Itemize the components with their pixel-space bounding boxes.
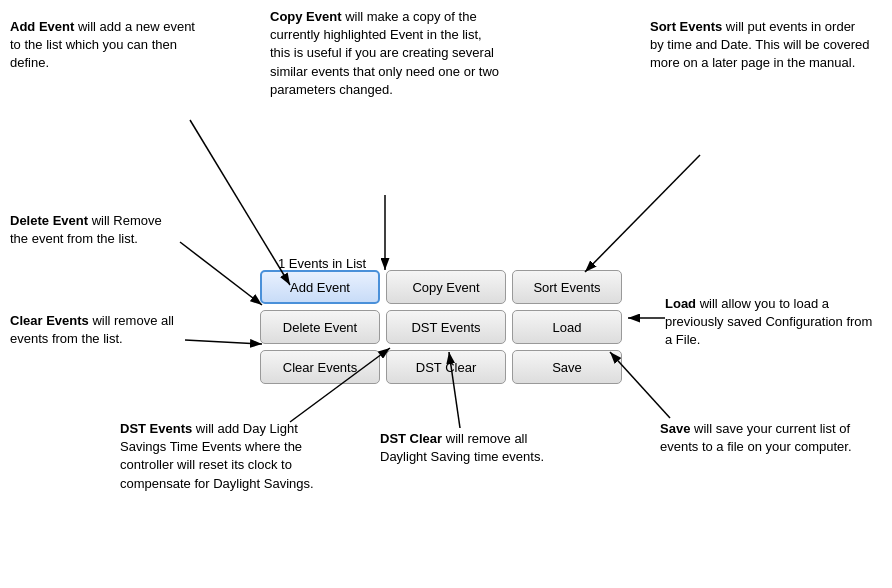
- annotation-sort-events-title: Sort Events: [650, 19, 722, 34]
- sort-events-button[interactable]: Sort Events: [512, 270, 622, 304]
- annotation-load-title: Load: [665, 296, 696, 311]
- annotation-sort-events: Sort Events will put events in order by …: [650, 18, 870, 73]
- copy-event-button[interactable]: Copy Event: [386, 270, 506, 304]
- dst-clear-button[interactable]: DST Clear: [386, 350, 506, 384]
- annotation-delete-event: Delete Event will Remove the event from …: [10, 212, 180, 248]
- annotation-copy-event: Copy Event will make a copy of the curre…: [270, 8, 500, 99]
- clear-events-button[interactable]: Clear Events: [260, 350, 380, 384]
- annotation-dst-events-title: DST Events: [120, 421, 192, 436]
- buttons-container: Add Event Copy Event Sort Events Delete …: [260, 270, 622, 384]
- events-count-text: 1 Events in List: [278, 256, 366, 271]
- annotation-copy-event-title: Copy Event: [270, 9, 342, 24]
- annotation-dst-clear-title: DST Clear: [380, 431, 442, 446]
- annotation-clear-events: Clear Events will remove all events from…: [10, 312, 185, 348]
- annotation-dst-events: DST Events will add Day Light Savings Ti…: [120, 420, 320, 493]
- arrow-delete-event: [180, 242, 262, 305]
- events-label: 1 Events in List: [278, 256, 366, 271]
- load-button[interactable]: Load: [512, 310, 622, 344]
- delete-event-button[interactable]: Delete Event: [260, 310, 380, 344]
- arrow-add-event: [190, 120, 290, 285]
- arrow-clear-events: [185, 340, 262, 344]
- annotation-load: Load will allow you to load a previously…: [665, 295, 875, 350]
- save-button[interactable]: Save: [512, 350, 622, 384]
- annotation-add-event-title: Add Event: [10, 19, 74, 34]
- arrow-sort-events: [585, 155, 700, 272]
- annotation-clear-events-title: Clear Events: [10, 313, 89, 328]
- annotation-delete-event-title: Delete Event: [10, 213, 88, 228]
- annotation-save-title: Save: [660, 421, 690, 436]
- dst-events-button[interactable]: DST Events: [386, 310, 506, 344]
- annotation-load-text: will allow you to load a previously save…: [665, 296, 872, 347]
- annotation-save: Save will save your current list of even…: [660, 420, 860, 456]
- add-event-button[interactable]: Add Event: [260, 270, 380, 304]
- annotation-add-event: Add Event will add a new event to the li…: [10, 18, 200, 73]
- annotation-dst-clear: DST Clear will remove all Daylight Savin…: [380, 430, 555, 466]
